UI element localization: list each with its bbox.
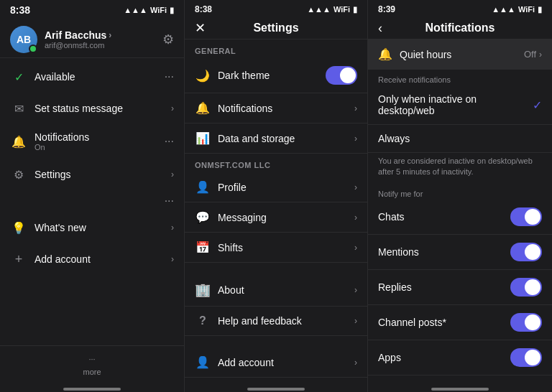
notifications-sub: On [34, 143, 165, 151]
apps-toggle[interactable] [510, 348, 542, 367]
notifications-title: Notifications [426, 22, 495, 34]
dark-theme-toggle[interactable] [326, 66, 357, 85]
settings-add-account[interactable]: 👤 Add account › [185, 347, 367, 378]
wifi-icon: WiFi [150, 6, 167, 14]
chevron-icon: › [171, 169, 174, 179]
panel-settings: 8:38 ▲▲▲ WiFi ▮ ✕ Settings GENERAL 🌙 Dar… [184, 0, 368, 392]
notifications-list: 🔔 Quiet hours Off › Receive notification… [368, 39, 552, 383]
messaging-label: Messaging [218, 212, 354, 223]
home-indicator [63, 388, 121, 391]
about-label: About [218, 284, 354, 296]
dark-theme-label: Dark theme [218, 70, 326, 81]
menu-item-label: Available [34, 71, 165, 83]
menu-item-settings[interactable]: ⚙ Settings › [0, 159, 184, 190]
add-account-settings-icon: 👤 [195, 355, 211, 369]
settings-shifts[interactable]: 📅 Shifts › [185, 233, 367, 263]
settings-messaging[interactable]: 💬 Messaging › [185, 202, 367, 233]
notif-replies[interactable]: Replies [368, 270, 552, 305]
org-section-label: ONMSFT.COM LLC [185, 154, 367, 172]
menu-item-dots-row[interactable]: ··· [0, 190, 184, 212]
notif-apps[interactable]: Apps [368, 340, 552, 375]
more-dots-icon[interactable]: ··· [165, 195, 174, 207]
chevron-icon: › [354, 243, 357, 253]
profile-name: Arif Bacchus › [45, 29, 111, 41]
chevron-icon: › [354, 103, 357, 113]
menu-dots[interactable]: ··· [165, 135, 174, 148]
home-indicator-2 [247, 388, 305, 391]
notif-option-inactive[interactable]: Only when inactive on desktop/web ✓ [368, 85, 552, 125]
settings-icon: ⚙ [10, 166, 27, 183]
whats-new-icon: 💡 [10, 219, 27, 236]
quiet-hours-label: Quiet hours [400, 49, 524, 60]
settings-scroll: GENERAL 🌙 Dark theme 🔔 Notifications › 📊… [185, 39, 367, 383]
quiet-hours-value: Off [524, 49, 536, 60]
add-account-icon: + [10, 251, 27, 268]
status-bar-3: 8:39 ▲▲▲ WiFi ▮ [368, 0, 552, 16]
replies-toggle[interactable] [510, 278, 542, 297]
shifts-icon: 📅 [195, 241, 211, 254]
notify-me-label: Notify me for [368, 184, 552, 200]
footer-more-text: ··· [88, 355, 95, 363]
help-icon: ? [195, 314, 211, 327]
settings-about[interactable]: 🏢 About › [185, 274, 367, 307]
signal-icon: ▲▲▲ [124, 6, 147, 14]
profile-left: AB Arif Bacchus › arif@onmsft.com [10, 26, 111, 53]
mentions-toggle[interactable] [510, 243, 542, 261]
profile-section[interactable]: AB Arif Bacchus › arif@onmsft.com ⚙ [0, 19, 184, 58]
notif-option-always[interactable]: Always [368, 125, 552, 153]
data-storage-icon: 📊 [195, 131, 211, 145]
chevron-icon: › [539, 50, 542, 60]
time-3: 8:39 [378, 4, 395, 14]
about-icon: 🏢 [195, 282, 211, 298]
menu-item-available[interactable]: ✓ Available ··· [0, 61, 184, 93]
menu-item-notifications[interactable]: 🔔 Notifications On ··· [0, 124, 184, 159]
replies-label: Replies [378, 281, 510, 293]
messaging-icon: 💬 [195, 210, 211, 224]
profile-chevron: › [109, 30, 111, 40]
notif-likes[interactable]: Likes and reactions [368, 375, 552, 383]
footer-label: more [83, 368, 101, 376]
menu-item-status[interactable]: ✉ Set status message › [0, 93, 184, 124]
settings-profile[interactable]: 👤 Profile › [185, 172, 367, 202]
add-account-label: Add account [34, 253, 171, 265]
notif-chats[interactable]: Chats [368, 200, 552, 235]
close-icon[interactable]: ✕ [195, 20, 206, 36]
chevron-icon: › [354, 182, 357, 192]
settings-dark-theme[interactable]: 🌙 Dark theme [185, 58, 367, 93]
settings-data-storage[interactable]: 📊 Data and storage › [185, 123, 367, 154]
mentions-label: Mentions [378, 246, 510, 258]
signal-icon-2: ▲▲▲ [307, 5, 331, 14]
general-section-label: GENERAL [185, 39, 367, 58]
settings-title: Settings [253, 22, 298, 34]
shifts-label: Shifts [218, 242, 354, 253]
inactive-label: Only when inactive on desktop/web [378, 93, 533, 116]
settings-sign-out[interactable]: ⎋ Sign out anf@onmsft.com [185, 378, 367, 383]
add-account-settings-label: Add account [218, 357, 354, 368]
check-icon: ✓ [533, 98, 542, 112]
chats-toggle[interactable] [510, 207, 542, 226]
menu-item-whats-new[interactable]: 💡 What's new › [0, 212, 184, 243]
back-icon[interactable]: ‹ [378, 21, 382, 36]
menu-item-label: Set status message [34, 103, 171, 114]
profile-info: Arif Bacchus › arif@onmsft.com [45, 29, 111, 50]
menu-item-add-account[interactable]: + Add account › [0, 243, 184, 275]
panel-notifications: 8:39 ▲▲▲ WiFi ▮ ‹ Notifications 🔔 Quiet … [368, 0, 552, 392]
quiet-hours-item[interactable]: 🔔 Quiet hours Off › [368, 39, 552, 70]
channel-posts-toggle[interactable] [510, 313, 542, 332]
inactivity-desc: You are considered inactive on desktop/w… [368, 153, 552, 184]
status-bar-1: 8:38 ▲▲▲ WiFi ▮ [0, 0, 184, 19]
notif-mentions[interactable]: Mentions [368, 235, 552, 270]
data-storage-label: Data and storage [218, 133, 354, 144]
status-bar-2: 8:38 ▲▲▲ WiFi ▮ [185, 0, 367, 16]
settings-help[interactable]: ? Help and feedback › [185, 307, 367, 336]
menu-dots[interactable]: ··· [165, 70, 174, 83]
receive-notif-label: Receive notifications [368, 70, 552, 85]
settings-notifications[interactable]: 🔔 Notifications › [185, 93, 367, 123]
settings-header: ✕ Settings [185, 16, 367, 39]
gear-icon[interactable]: ⚙ [162, 32, 174, 47]
avatar: AB [10, 26, 37, 53]
notifications-settings-label: Notifications [218, 103, 354, 114]
notif-channel-posts[interactable]: Channel posts* [368, 305, 552, 340]
status-icon: ✉ [10, 100, 27, 117]
quiet-hours-icon: 🔔 [378, 47, 392, 61]
